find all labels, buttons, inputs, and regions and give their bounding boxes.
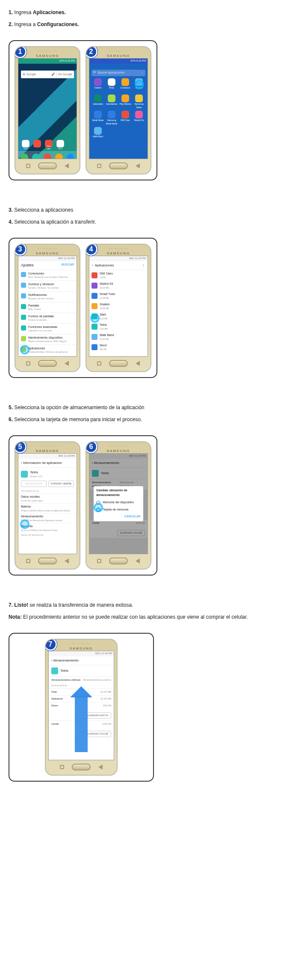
phone-7: 7 • • ——— • •SAMSUNG 52% 11:19 PM ‹ Alma…	[45, 639, 118, 776]
settings-search[interactable]: BUSCAR	[62, 263, 74, 269]
app-simclaro[interactable]: SIM Claro	[119, 111, 132, 126]
step-num: 3.	[9, 207, 13, 213]
back-button[interactable]	[65, 558, 69, 564]
app-size-label: Aplicación	[51, 697, 63, 701]
status-bar: 37% 9:13 PM	[18, 59, 77, 64]
step-num: 2.	[9, 21, 13, 27]
recent-button[interactable]	[60, 765, 64, 769]
status-bar: 36% 11:19 PM	[18, 256, 77, 261]
step-num: 1.	[9, 9, 13, 15]
info-bateria[interactable]: BateríaNinguno desde la última carga com…	[18, 503, 77, 513]
back-icon[interactable]: ‹	[51, 658, 53, 662]
app-sretail[interactable]: Samsung Retail Mode	[105, 111, 118, 126]
highlight-ring	[20, 520, 30, 529]
mic-icon[interactable]: 🎤	[51, 72, 55, 77]
app-tetris[interactable]: Tetris5,80 MB	[89, 322, 148, 332]
settings-title: Ajustes	[21, 263, 34, 269]
app-notes[interactable]: Samsung Notes	[133, 94, 145, 110]
menu-icon[interactable]: ⋮	[142, 263, 145, 268]
app-search[interactable]: 🔍 Buscar aplicaciones ⋮	[91, 70, 145, 76]
settings-pantalla[interactable]: PantallaBrillo, Fuente	[18, 302, 77, 313]
settings-sonidos[interactable]: Sonidos y vibraciónSonidos, Vibración, N…	[18, 280, 77, 291]
step-text: Selecciona la aplicación a transferir.	[13, 219, 96, 225]
recent-button[interactable]	[97, 164, 101, 168]
data-size-label: Datos	[51, 704, 58, 708]
google-search[interactable]: G Google 🎤 Ok Google	[21, 71, 74, 78]
note-text: El procedimiento anterior no se puede re…	[22, 614, 248, 620]
app-calendario[interactable]: Calendario	[91, 94, 104, 110]
phone-5: 5 • • ——— • •SAMSUNG 36% 11:19 PM ‹ Info…	[15, 441, 80, 570]
clear-data-button[interactable]: ELIMINAR DATOS	[84, 712, 111, 719]
dialog-opt-device[interactable]: Memoria del dispositivo	[96, 499, 141, 506]
home-button[interactable]	[72, 764, 91, 770]
status-bar: 37% 9:13 PM	[89, 59, 148, 64]
back-button[interactable]	[136, 163, 140, 168]
recent-button[interactable]	[26, 164, 30, 168]
settings-notificaciones[interactable]: NotificacionesBloquear, permitir, priori…	[18, 291, 77, 302]
step-bold: Aplicaciones.	[33, 9, 66, 15]
dock-messages-icon[interactable]	[55, 153, 63, 159]
app-word[interactable]: Word306 KB	[89, 342, 148, 352]
back-button[interactable]	[65, 361, 69, 366]
app-calculadora[interactable]: Calculadora	[105, 94, 118, 110]
apps-title: Aplicaciones	[95, 263, 114, 268]
app-walkband[interactable]: Walk Band	[91, 127, 104, 142]
app-smarttutor[interactable]: Smart Tutor13,48 MB	[89, 291, 148, 301]
step-num: 5.	[9, 404, 13, 410]
recent-button[interactable]	[97, 361, 101, 366]
home-button[interactable]	[38, 162, 57, 169]
app-walkband[interactable]: Walk Band22,95 MB	[89, 332, 148, 342]
settings-conexiones[interactable]: ConexionesWi-Fi, Bluetooth, Uso de datos…	[18, 270, 77, 280]
phone-3: 3 • • ——— • •SAMSUNG 36% 11:19 PM Ajuste…	[15, 244, 80, 372]
figure-5-6: 5 • • ——— • •SAMSUNG 36% 11:19 PM ‹ Info…	[9, 435, 157, 576]
settings-fondos[interactable]: Fondos de pantallaFondos de pantalla	[18, 313, 77, 323]
highlight-ring	[135, 80, 144, 89]
settings-mantenimiento[interactable]: Mantenimiento dispositivoBatería, Almace…	[18, 334, 77, 345]
recent-button[interactable]	[97, 559, 101, 563]
dock-claro-icon[interactable]	[44, 153, 51, 159]
app-sketchkit[interactable]: Sketch Kit	[133, 111, 145, 126]
step-num: 7.	[9, 602, 13, 608]
uninstall-button[interactable]: DESINSTALAR	[21, 481, 47, 487]
app-playmusica[interactable]: Play Música	[119, 94, 132, 110]
settings-avanzadas[interactable]: Funciones avanzadasOperación con una man…	[18, 323, 77, 334]
recent-button[interactable]	[26, 559, 30, 563]
change-location-dialog: Cambiar ubicación de almacenamiento Memo…	[94, 486, 143, 521]
app-sim-claro[interactable]: SIM Claro4,00 B	[89, 270, 148, 280]
recent-button[interactable]	[26, 361, 30, 366]
dialog-cancel[interactable]: CANCELAR	[96, 513, 141, 519]
app-galeria[interactable]: Galería	[91, 78, 104, 94]
back-button[interactable]	[136, 361, 140, 366]
force-stop-button[interactable]: FORZAR CIERRE	[48, 481, 74, 487]
dock-internet-icon[interactable]	[32, 153, 40, 159]
back-button[interactable]	[136, 558, 140, 564]
cache-value: 4,00 KB	[102, 722, 111, 726]
step-text: Selecciona a aplicaciones	[13, 207, 73, 213]
info-datos-moviles[interactable]: Datos móvilesNo se han usado datos	[18, 493, 77, 503]
phone-6: 6 • • ——— • •SAMSUNG 36% 11:19 PM ‹ Alma…	[86, 441, 151, 570]
back-icon[interactable]: ‹	[92, 263, 93, 268]
app-contactos[interactable]: Contactos	[119, 78, 132, 94]
app-snakes[interactable]: Snakes12,96 MB	[89, 301, 148, 311]
home-button[interactable]	[109, 360, 128, 367]
app-reloj[interactable]: Reloj	[105, 78, 118, 94]
dock-phone-icon[interactable]	[21, 153, 28, 159]
phone-brand: SAMSUNG	[36, 54, 59, 58]
total-value: 15,44 MB	[100, 690, 111, 694]
note-bold: Nota:	[9, 614, 22, 620]
app-size-value: 15,29 MB	[100, 697, 111, 701]
back-icon[interactable]: ‹	[21, 461, 22, 465]
figure-1-2: 1 • • ——— • •SAMSUNG 37% 9:13 PM G Googl…	[9, 40, 157, 180]
home-button[interactable]	[109, 162, 128, 169]
app-retail[interactable]: Retail Mode	[91, 111, 104, 126]
home-button[interactable]	[109, 558, 128, 564]
back-button[interactable]	[98, 765, 103, 770]
step-text: Selecciona la opción de almacenamiento d…	[13, 404, 145, 410]
app-sketchkit[interactable]: Sketch Kit26,39 MB	[89, 280, 148, 291]
home-button[interactable]	[38, 360, 57, 367]
highlight-ring	[90, 313, 100, 323]
back-button[interactable]	[65, 163, 69, 168]
menu-icon[interactable]: ⋮	[141, 71, 144, 75]
home-button[interactable]	[38, 558, 57, 564]
swipe-up-arrow	[75, 697, 88, 752]
